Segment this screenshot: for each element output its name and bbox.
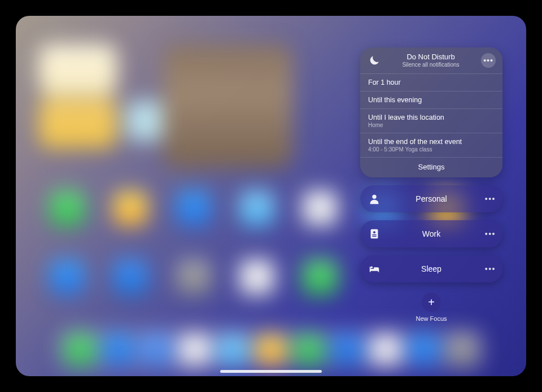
dnd-option-until-evening[interactable]: Until this evening [360,91,502,108]
focus-mode-more-button[interactable]: ••• [482,229,496,238]
dnd-option-label: Until I leave this location [368,114,495,121]
do-not-disturb-card: Do Not Disturb Silence all notifications… [360,47,502,177]
dnd-title-block: Do Not Disturb Silence all notifications [385,53,477,67]
person-icon [368,193,381,205]
focus-mode-more-button[interactable]: ••• [482,264,496,273]
focus-mode-label: Work [381,229,482,238]
ellipsis-icon: ••• [483,56,493,65]
focus-mode-more-button[interactable]: ••• [482,194,496,203]
dnd-header[interactable]: Do Not Disturb Silence all notifications… [360,47,502,73]
focus-mode-personal[interactable]: Personal ••• [360,185,502,212]
badge-icon [368,228,381,240]
dnd-more-button[interactable]: ••• [481,53,496,68]
dnd-option-sublabel: Home [368,122,495,128]
dnd-option-label: Until this evening [368,96,495,104]
focus-mode-label: Personal [381,194,482,203]
new-focus-button[interactable]: + [422,293,441,312]
dnd-settings-label: Settings [418,163,445,171]
svg-point-2 [373,231,375,233]
moon-icon [368,54,381,67]
screen: Do Not Disturb Silence all notifications… [16,16,526,376]
svg-rect-1 [371,229,378,239]
focus-panel: Do Not Disturb Silence all notifications… [360,47,502,322]
dnd-option-sublabel: 4:00 - 5:30PM Yoga class [368,146,495,153]
dnd-settings-button[interactable]: Settings [360,157,502,177]
new-focus: + New Focus [360,293,502,322]
focus-mode-label: Sleep [381,264,482,273]
dnd-option-until-event-ends[interactable]: Until the end of the next event 4:00 - 5… [360,133,502,157]
bed-icon [368,263,381,275]
plus-icon: + [428,296,435,309]
dnd-subtitle: Silence all notifications [385,62,477,68]
svg-rect-4 [372,236,376,237]
focus-mode-work[interactable]: Work ••• [360,220,502,247]
dnd-option-label: Until the end of the next event [368,138,495,146]
dnd-option-1hour[interactable]: For 1 hour [360,73,502,91]
focus-mode-sleep[interactable]: Sleep ••• [360,255,502,282]
home-indicator[interactable] [220,370,322,373]
dnd-title: Do Not Disturb [385,53,477,61]
svg-rect-3 [372,234,376,235]
svg-point-0 [372,195,376,199]
ipad-frame: Do Not Disturb Silence all notifications… [1,1,541,391]
dnd-options-list: For 1 hour Until this evening Until I le… [360,73,502,157]
new-focus-label: New Focus [416,315,447,322]
dnd-option-until-leave-location[interactable]: Until I leave this location Home [360,108,502,133]
dnd-option-label: For 1 hour [368,79,495,86]
